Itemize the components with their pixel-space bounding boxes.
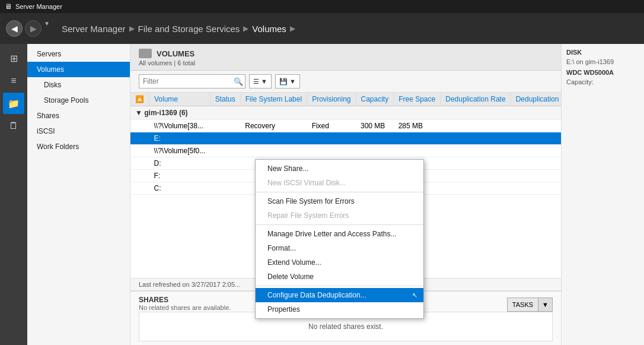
title-bar: 🖥 Server Manager (0, 0, 644, 13)
nav-bar: ◀ ▶ ▼ Server Manager ▶ File and Storage … (0, 13, 644, 44)
disk-title: DISK (566, 49, 639, 56)
ctx-new-iscsi: New iSCSI Virtual Disk... (256, 176, 423, 190)
ctx-separator-3 (256, 286, 423, 286)
app-icon: 🖥 (5, 2, 12, 11)
ctx-manage-drive[interactable]: Manage Drive Letter and Access Paths... (256, 227, 423, 241)
table-row-selected[interactable]: E: (130, 132, 561, 145)
nav-item-storage-pools[interactable]: Storage Pools (27, 93, 130, 108)
breadcrumb-file-storage[interactable]: File and Storage Services (138, 24, 240, 34)
filter-input-wrap: 🔍 (139, 74, 246, 88)
ctx-scan-fs[interactable]: Scan File System for Errors (256, 194, 423, 208)
volumes-icon (139, 49, 152, 58)
volumes-header: VOLUMES All volumes | 6 total (130, 44, 561, 71)
context-menu: New Share... New iSCSI Virtual Disk... S… (255, 159, 424, 319)
breadcrumb-volumes[interactable]: Volumes (252, 24, 286, 34)
col-sort-icon[interactable]: 🔼 (130, 93, 149, 106)
table-row[interactable]: \\?\Volume[5f0... (130, 145, 561, 157)
volumes-title: VOLUMES (139, 49, 553, 58)
ctx-properties[interactable]: Properties (256, 302, 423, 316)
back-button[interactable]: ◀ (6, 20, 23, 37)
ctx-repair-fs: Repair File System Errors (256, 208, 423, 223)
col-status[interactable]: Status (210, 93, 240, 106)
cursor-icon: ↖ (412, 292, 417, 299)
ctx-new-share[interactable]: New Share... (256, 162, 423, 176)
nav-dropdown-button[interactable]: ▼ (44, 20, 55, 37)
shares-subtitle: No related shares are available. (139, 304, 231, 311)
col-volume[interactable]: Volume (149, 93, 211, 106)
volumes-subtitle: All volumes | 6 total (139, 59, 553, 67)
sidebar-icon-local[interactable]: ≡ (3, 70, 24, 91)
sidebar-icon-storage[interactable]: 📁 (3, 93, 24, 114)
nav-item-iscsi[interactable]: iSCSI (27, 124, 130, 139)
refresh-text: Last refreshed on 3/27/2017 2:05... (139, 281, 240, 288)
tasks-button[interactable]: TASKS ▼ (507, 297, 553, 312)
col-dedup-savings[interactable]: Deduplication Savings (511, 93, 561, 106)
shares-title: SHARES (139, 296, 231, 304)
tasks-label: TASKS (508, 301, 538, 308)
nav-item-servers[interactable]: Servers (27, 46, 130, 62)
col-provisioning[interactable]: Provisioning (307, 93, 356, 106)
breadcrumb-sep-1: ▶ (129, 24, 135, 33)
ctx-extend-volume[interactable]: Extend Volume... (256, 255, 423, 270)
nav-panel: Servers Volumes Disks Storage Pools Shar… (27, 44, 130, 345)
col-label[interactable]: File System Label (240, 93, 307, 106)
col-freespace[interactable]: Free Space (394, 93, 441, 106)
breadcrumb-server-manager[interactable]: Server Manager (62, 24, 126, 34)
ctx-delete-volume[interactable]: Delete Volume (256, 270, 423, 284)
nav-item-disks[interactable]: Disks (27, 77, 130, 93)
shares-empty-text: No related shares exist. (308, 322, 383, 331)
disk-capacity-title: Capacity: (566, 78, 639, 86)
group-row: ▼ gim-i1369 (6) (130, 106, 561, 120)
search-icon: 🔍 (234, 77, 243, 86)
list-view-button[interactable]: ☰ ▼ (249, 74, 272, 88)
forward-button[interactable]: ▶ (25, 20, 42, 37)
disk-value: E:\ on gim-i1369 (566, 58, 639, 65)
filter-bar: 🔍 ☰ ▼ 💾 ▼ (130, 71, 561, 93)
right-panel: DISK E:\ on gim-i1369 WDC WD5000A Capaci… (561, 44, 644, 345)
ctx-separator-2 (256, 224, 423, 225)
sidebar-icons: ⊞ ≡ 📁 🗒 (0, 44, 27, 345)
tasks-arrow-icon: ▼ (538, 298, 552, 311)
disk-model-title: WDC WD5000A (566, 69, 639, 76)
nav-item-volumes[interactable]: Volumes (27, 62, 130, 77)
ctx-format[interactable]: Format... (256, 241, 423, 255)
breadcrumb-sep-2: ▶ (243, 24, 248, 33)
col-capacity[interactable]: Capacity (356, 93, 394, 106)
table-row[interactable]: \\?\Volume[38... Recovery Fixed 300 MB 2… (130, 120, 561, 132)
sidebar-icon-tools[interactable]: 🗒 (3, 115, 24, 137)
breadcrumb: Server Manager ▶ File and Storage Servic… (62, 24, 295, 34)
filter-input[interactable] (139, 74, 246, 88)
ctx-configure-dedup[interactable]: Configure Data Deduplication... ↖ (256, 288, 423, 302)
title-bar-label: Server Manager (15, 3, 62, 10)
save-filter-button[interactable]: 💾 ▼ (275, 74, 300, 88)
ctx-separator-1 (256, 192, 423, 192)
nav-item-work-folders[interactable]: Work Folders (27, 139, 130, 154)
breadcrumb-sep-3: ▶ (290, 24, 295, 33)
nav-item-shares[interactable]: Shares (27, 108, 130, 124)
sidebar-icon-dashboard[interactable]: ⊞ (3, 48, 24, 69)
col-dedup-rate[interactable]: Deduplication Rate (441, 93, 511, 106)
